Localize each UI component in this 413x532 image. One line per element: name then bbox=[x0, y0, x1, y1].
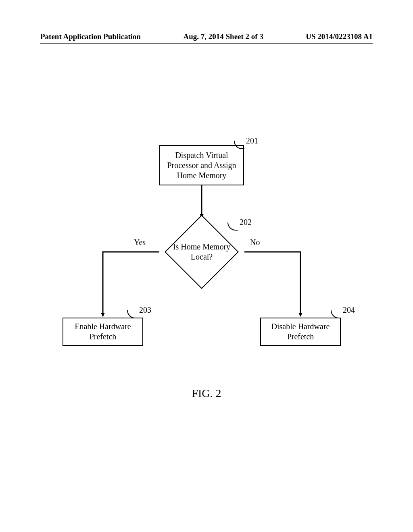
ref-201: 201 bbox=[246, 136, 258, 145]
ref-203: 203 bbox=[139, 305, 151, 315]
node-enable-prefetch: Enable Hardware Prefetch bbox=[63, 318, 143, 346]
flowchart: Dispatch Virtual Processor and Assign Ho… bbox=[0, 133, 413, 375]
node-decision-text: Is Home Memory Local? bbox=[171, 242, 232, 262]
edge-yes-label: Yes bbox=[134, 238, 146, 247]
edge-no-label: No bbox=[250, 238, 260, 247]
ref-204: 204 bbox=[343, 305, 355, 315]
header-left: Patent Application Publication bbox=[40, 32, 141, 41]
node-disable-prefetch: Disable Hardware Prefetch bbox=[260, 318, 341, 346]
node-dispatch: Dispatch Virtual Processor and Assign Ho… bbox=[159, 145, 244, 185]
ref-202: 202 bbox=[240, 218, 252, 227]
header-center: Aug. 7, 2014 Sheet 2 of 3 bbox=[183, 32, 263, 41]
page-header: Patent Application Publication Aug. 7, 2… bbox=[40, 32, 373, 44]
figure-caption: FIG. 2 bbox=[0, 387, 413, 400]
node-enable-prefetch-text: Enable Hardware Prefetch bbox=[67, 322, 138, 342]
node-disable-prefetch-text: Disable Hardware Prefetch bbox=[265, 322, 336, 342]
header-right: US 2014/0223108 A1 bbox=[306, 32, 373, 41]
node-dispatch-text: Dispatch Virtual Processor and Assign Ho… bbox=[164, 150, 239, 181]
